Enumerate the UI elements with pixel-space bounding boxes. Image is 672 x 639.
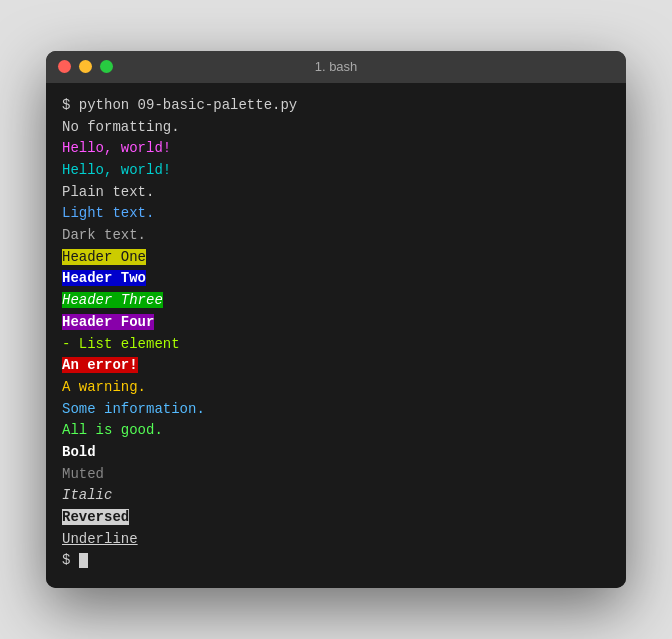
line-underline: Underline xyxy=(62,529,610,551)
line-header3: Header Three xyxy=(62,290,610,312)
line-error: An error! xyxy=(62,355,610,377)
header-one-span: Header One xyxy=(62,249,146,265)
line-hello2: Hello, world! xyxy=(62,160,610,182)
line-bold: Bold xyxy=(62,442,610,464)
line-light: Light text. xyxy=(62,203,610,225)
window-title: 1. bash xyxy=(315,59,358,74)
terminal-body[interactable]: $ python 09-basic-palette.py No formatti… xyxy=(46,83,626,588)
line-header2: Header Two xyxy=(62,268,610,290)
titlebar: 1. bash xyxy=(46,51,626,83)
header-two-span: Header Two xyxy=(62,270,146,286)
line-muted: Muted xyxy=(62,464,610,486)
line-warning: A warning. xyxy=(62,377,610,399)
line-info: Some information. xyxy=(62,399,610,421)
maximize-button[interactable] xyxy=(100,60,113,73)
line-hello1: Hello, world! xyxy=(62,138,610,160)
close-button[interactable] xyxy=(58,60,71,73)
error-span: An error! xyxy=(62,357,138,373)
header-four-span: Header Four xyxy=(62,314,154,330)
traffic-lights xyxy=(58,60,113,73)
line-italic: Italic xyxy=(62,485,610,507)
line-prompt: $ xyxy=(62,550,610,572)
line-dark: Dark text. xyxy=(62,225,610,247)
line-good: All is good. xyxy=(62,420,610,442)
line-header4: Header Four xyxy=(62,312,610,334)
line-header1: Header One xyxy=(62,247,610,269)
line-list: - List element xyxy=(62,334,610,356)
line-no-format: No formatting. xyxy=(62,117,610,139)
line-plain: Plain text. xyxy=(62,182,610,204)
line-cmd: $ python 09-basic-palette.py xyxy=(62,95,610,117)
minimize-button[interactable] xyxy=(79,60,92,73)
cursor xyxy=(79,553,88,568)
header-three-span: Header Three xyxy=(62,292,163,308)
line-reversed: Reversed xyxy=(62,507,610,529)
reversed-span: Reversed xyxy=(62,509,129,525)
terminal-window: 1. bash $ python 09-basic-palette.py No … xyxy=(46,51,626,588)
